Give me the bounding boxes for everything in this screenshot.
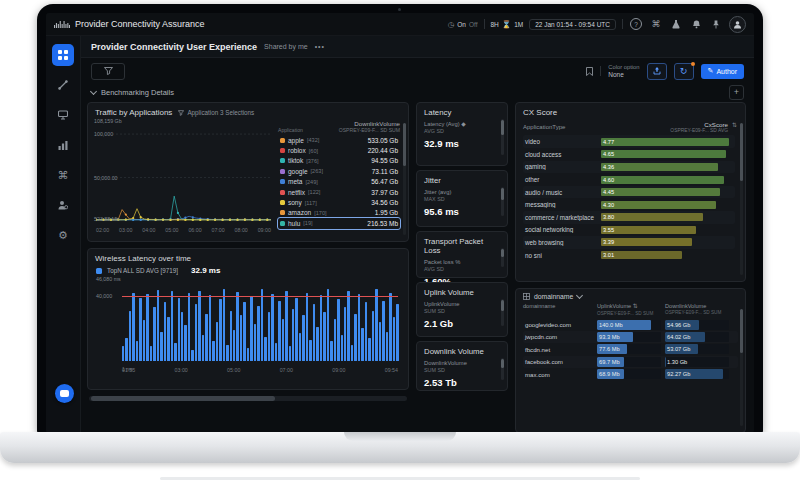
flask-icon: [672, 20, 680, 29]
sidebar-item-dashboards[interactable]: [52, 44, 74, 66]
refresh-icon: ↻: [680, 66, 688, 76]
sidebar-item-settings[interactable]: ⚙: [52, 224, 74, 246]
main-area: Provider Connectivity User Experience Sh…: [81, 36, 754, 433]
shortcuts-button[interactable]: ⌘: [649, 17, 663, 31]
downlink-value: 53.07 Gb: [667, 344, 690, 354]
traffic-app-row[interactable]: netflix[122]37.97 Gb: [278, 187, 400, 197]
latency-bar: [354, 314, 356, 361]
app-count: [432]: [307, 137, 319, 143]
sort-icon[interactable]: ⇅: [732, 121, 737, 128]
domain-row[interactable]: googlevideo.com140.0 Mb54.96 Gb: [523, 318, 738, 330]
time-range-control[interactable]: 8H ⌛ 1M: [491, 20, 524, 29]
sidebar-item-devices[interactable]: [52, 104, 74, 126]
color-option-control[interactable]: Color option None: [608, 64, 639, 78]
sidebar-item-design[interactable]: [52, 74, 74, 96]
filter-button[interactable]: [91, 63, 125, 80]
export-button[interactable]: [647, 63, 667, 80]
live-toggle[interactable]: ◷ On Off: [448, 20, 478, 29]
kpi-panel: Downlink VolumeDownlinkVolumeSUM SD2.53 …: [416, 341, 508, 391]
cx-scrollbar[interactable]: [740, 123, 743, 275]
app-header: Provider Connectivity Assurance ◷ On Off…: [46, 13, 754, 36]
x-tick-label: 03:00: [119, 227, 132, 233]
cx-score-row[interactable]: no sni3.01: [523, 249, 735, 262]
kpi-scrollbar[interactable]: [501, 358, 504, 380]
cx-score-row[interactable]: other4.60: [523, 173, 735, 186]
laptop-base: [0, 432, 800, 463]
traffic-app-row[interactable]: tiktok[376]94.55 Gb: [278, 156, 400, 166]
cx-score-row[interactable]: social networking3.55: [523, 224, 735, 237]
cx-col-type: ApplicationType: [523, 121, 565, 130]
add-widget-button[interactable]: +: [729, 85, 744, 100]
laptop-notch: [344, 432, 456, 441]
traffic-app-row[interactable]: amazon[170]1.95 Gb: [278, 208, 400, 218]
benchmarking-section-header[interactable]: Benchmarking Details +: [81, 84, 754, 100]
cx-score-row[interactable]: cloud access4.65: [523, 148, 735, 161]
cx-score-row[interactable]: video4.77: [523, 135, 735, 148]
kpi-title: Downlink Volume: [424, 348, 500, 357]
kpi-scrollbar[interactable]: [501, 187, 504, 216]
traffic-filter-control[interactable]: Application 3 Selections: [178, 109, 254, 116]
traffic-app-row[interactable]: meta[249]56.47 Gb: [278, 177, 400, 187]
kpi-scrollbar[interactable]: [501, 299, 504, 326]
traffic-app-row[interactable]: sony[117]34.56 Gb: [278, 197, 400, 207]
latency-bar: [282, 319, 284, 361]
latency-bar: [299, 333, 301, 361]
domain-panel-header[interactable]: domainname: [516, 289, 745, 302]
domain-col-downlink[interactable]: DownlinkVolume OSPREY-E09-F... SD SUM: [665, 303, 729, 316]
refresh-button[interactable]: ↻: [674, 63, 694, 80]
webcam-icon: [398, 8, 401, 11]
cx-score-row[interactable]: commerce / marketplace3.80: [523, 211, 735, 224]
domain-col-uplink[interactable]: UplinkVolume ⇅ OSPREY-E09-F... SD SUM: [597, 303, 661, 316]
horizontal-scrollbar[interactable]: [89, 396, 407, 401]
cx-score-row[interactable]: web browsing3.39: [523, 236, 735, 249]
pin-button[interactable]: [709, 17, 723, 31]
traffic-app-row[interactable]: roblox[60]220.44 Gb: [278, 145, 400, 155]
domain-scrollbar[interactable]: [740, 309, 743, 426]
latency-bar: [351, 345, 353, 361]
app-color-chip: [280, 158, 285, 163]
datetime-range[interactable]: 22 Jan 01:54 - 09:54 UTC: [529, 19, 616, 30]
wireless-legend[interactable]: TopN ALL SD AVG [9719] 32.9 ms: [88, 265, 408, 275]
uplink-value: 77.6 Mb: [599, 344, 620, 354]
kpi-scrollbar[interactable]: [501, 119, 504, 155]
domain-row[interactable]: fbcdn.net77.6 Mb53.07 Gb: [523, 343, 738, 355]
traffic-by-applications-panel: Traffic by Applications Application 3 Se…: [87, 102, 409, 242]
kpi-column: LatencyLatency (Avg) ◆AVG SD32.9 msJitte…: [416, 102, 508, 433]
traffic-app-row[interactable]: hulu[19]216.53 Mb: [278, 218, 400, 228]
notifications-button[interactable]: [689, 17, 703, 31]
kpi-scrollbar[interactable]: [501, 248, 504, 267]
user-avatar[interactable]: [729, 16, 746, 33]
traffic-app-row[interactable]: apple[432]533.05 Gb: [278, 135, 400, 145]
app-count: [376]: [306, 158, 318, 164]
help-button[interactable]: ?: [629, 17, 643, 31]
sidebar-item-apps[interactable]: ⌘: [52, 164, 74, 186]
domain-row[interactable]: facebook.com69.7 Mb1.30 Gb: [523, 356, 738, 368]
cx-score-row[interactable]: messaging4.30: [523, 198, 735, 211]
traffic-scrollbar[interactable]: [403, 123, 406, 235]
bookmark-button[interactable]: [586, 62, 593, 80]
author-mode-button[interactable]: ✎ Author: [701, 64, 745, 79]
chat-fab[interactable]: [55, 384, 74, 403]
app-name: google: [288, 168, 308, 175]
sidebar-item-reports[interactable]: [52, 134, 74, 156]
traffic-app-row[interactable]: google[263]73.11 Gb: [278, 166, 400, 176]
pencil-icon: ✎: [708, 67, 714, 75]
x-tick-label: 08:00: [235, 227, 248, 233]
domain-row[interactable]: jwpcdn.com93.3 Mb64.02 Gb: [523, 331, 738, 343]
sidebar-item-users[interactable]: [52, 194, 74, 216]
lab-button[interactable]: [669, 17, 683, 31]
right-column: CX Score ApplicationType CxScore OSPREY-…: [515, 102, 746, 433]
latency-bar: [171, 291, 173, 361]
cx-bar-area: 4.30: [601, 201, 735, 209]
more-menu[interactable]: •••: [315, 43, 325, 50]
kpi-title: Latency: [424, 109, 500, 118]
domain-row[interactable]: max.com68.9 Mb92.27 Gb: [523, 368, 738, 380]
cx-score-row[interactable]: audio / music4.45: [523, 186, 735, 199]
app-color-chip: [280, 179, 285, 184]
app-downlink-value: 1.95 Gb: [375, 209, 398, 216]
cx-score-row[interactable]: gaming4.36: [523, 161, 735, 174]
kpi-value: 2.53 Tb: [424, 377, 500, 388]
cx-bar-area: 3.39: [601, 238, 735, 246]
kpi-panel: Transport Packet LossPacket loss %AVG SD…: [416, 231, 508, 278]
latency-bar: [379, 322, 381, 361]
